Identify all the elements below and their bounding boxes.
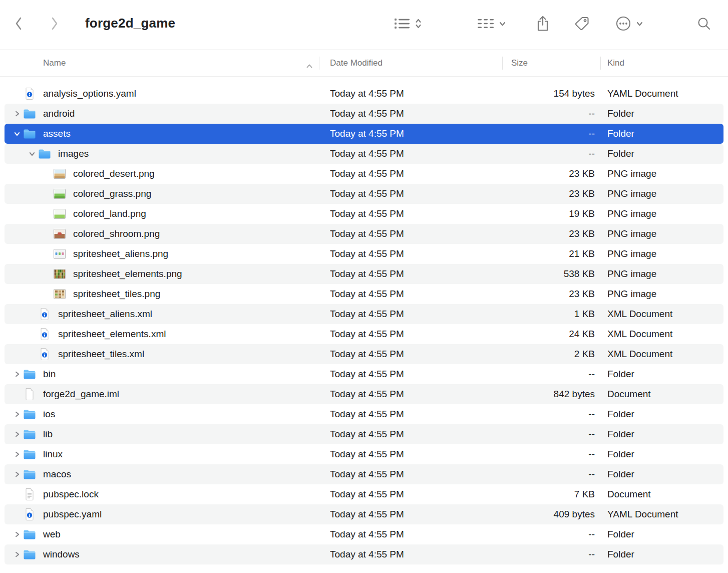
file-row-colored_desert.png[interactable]: colored_desert.png Today at 4:55 PM 23 K… [5,164,723,184]
indent-spacer [11,234,41,234]
file-name: web [43,529,61,540]
name-cell: linux [5,448,319,461]
size-cell: -- [502,369,600,380]
column-header-name[interactable]: Name [0,50,319,76]
file-row-pubspec.yaml[interactable]: pubspec.yaml Today at 4:55 PM 409 bytes … [5,504,723,524]
kind-cell: YAML Document [600,509,723,520]
size-cell: 19 KB [502,208,600,219]
size-cell: 7 KB [502,489,600,500]
disclosure-triangle [11,88,23,100]
file-row-web[interactable]: web Today at 4:55 PM -- Folder [5,524,723,544]
file-row-images[interactable]: images Today at 4:55 PM -- Folder [5,144,723,164]
file-row-analysis_options.yaml[interactable]: analysis_options.yaml Today at 4:55 PM 1… [5,84,723,104]
kind-cell: Folder [600,549,723,560]
file-name: spritesheet_elements.xml [58,329,166,340]
name-cell: ios [5,408,319,421]
image-aliens-icon [53,247,66,260]
indent-spacer [11,274,41,274]
file-row-pubspec.lock[interactable]: pubspec.lock Today at 4:55 PM 7 KB Docum… [5,484,723,504]
file-row-ios[interactable]: ios Today at 4:55 PM -- Folder [5,404,723,424]
disclosure-collapsed-icon[interactable] [11,368,23,380]
file-row-windows[interactable]: windows Today at 4:55 PM -- Folder [5,544,723,564]
file-name: colored_land.png [73,208,146,219]
file-row-spritesheet_tiles.xml[interactable]: spritesheet_tiles.xml Today at 4:55 PM 2… [5,344,723,364]
column-header-date-modified[interactable]: Date Modified [319,50,502,76]
folder-icon [23,448,36,461]
disclosure-collapsed-icon[interactable] [11,448,23,460]
view-mode-button[interactable] [394,12,422,35]
disclosure-collapsed-icon[interactable] [11,548,23,560]
file-row-spritesheet_elements.png[interactable]: spritesheet_elements.png Today at 4:55 P… [5,264,723,284]
tag-icon [574,16,590,32]
disclosure-triangle [41,248,53,260]
file-row-lib[interactable]: lib Today at 4:55 PM -- Folder [5,424,723,444]
name-cell: spritesheet_aliens.png [5,247,319,260]
file-row-assets[interactable]: assets Today at 4:55 PM -- Folder [5,124,723,144]
disclosure-triangle [11,508,23,520]
group-by-button[interactable] [477,12,506,35]
disclosure-collapsed-icon[interactable] [11,428,23,440]
disclosure-triangle [41,268,53,280]
indent-spacer [11,174,41,174]
file-row-macos[interactable]: macos Today at 4:55 PM -- Folder [5,464,723,484]
file-name: lib [43,429,53,440]
file-name: forge2d_game.iml [43,389,119,400]
date-modified-cell: Today at 4:55 PM [319,289,502,300]
kind-cell: Folder [600,429,723,440]
disclosure-triangle [11,388,23,400]
kind-cell: Folder [600,529,723,540]
indent-spacer [11,254,41,254]
file-row-forge2d_game.iml[interactable]: forge2d_game.iml Today at 4:55 PM 842 by… [5,384,723,404]
search-button[interactable] [696,12,712,35]
more-actions-button[interactable] [615,12,643,35]
file-row-linux[interactable]: linux Today at 4:55 PM -- Folder [5,444,723,464]
file-name: analysis_options.yaml [43,88,136,99]
date-modified-cell: Today at 4:55 PM [319,168,502,179]
file-row-spritesheet_aliens.png[interactable]: spritesheet_aliens.png Today at 4:55 PM … [5,244,723,264]
kind-cell: XML Document [600,329,723,340]
kind-cell: Folder [600,409,723,420]
disclosure-triangle [41,168,53,180]
disclosure-collapsed-icon[interactable] [11,108,23,120]
disclosure-triangle [41,208,53,220]
file-name: bin [43,369,56,380]
indent-spacer [11,354,26,355]
size-cell: 23 KB [502,289,600,300]
size-cell: 23 KB [502,168,600,179]
file-row-colored_grass.png[interactable]: colored_grass.png Today at 4:55 PM 23 KB… [5,184,723,204]
back-button[interactable] [14,12,23,35]
name-cell: images [5,147,319,160]
name-cell: spritesheet_elements.png [5,267,319,280]
kind-cell: Folder [600,449,723,460]
disclosure-expanded-icon[interactable] [11,128,23,140]
column-header-kind[interactable]: Kind [600,50,728,76]
file-row-android[interactable]: android Today at 4:55 PM -- Folder [5,104,723,124]
indent-spacer [11,214,41,214]
share-button[interactable] [535,12,551,35]
text-doc-icon [23,488,36,501]
kind-cell: PNG image [600,168,723,179]
folder-icon [23,528,36,541]
disclosure-collapsed-icon[interactable] [11,408,23,420]
window-title: forge2d_game [85,16,175,31]
file-row-spritesheet_elements.xml[interactable]: spritesheet_elements.xml Today at 4:55 P… [5,324,723,344]
file-row-bin[interactable]: bin Today at 4:55 PM -- Folder [5,364,723,384]
file-row-colored_land.png[interactable]: colored_land.png Today at 4:55 PM 19 KB … [5,204,723,224]
disclosure-expanded-icon[interactable] [26,148,38,160]
size-cell: -- [502,549,600,560]
date-modified-cell: Today at 4:55 PM [319,208,502,219]
disclosure-collapsed-icon[interactable] [11,468,23,480]
file-row-spritesheet_aliens.xml[interactable]: spritesheet_aliens.xml Today at 4:55 PM … [5,304,723,324]
file-row-spritesheet_tiles.png[interactable]: spritesheet_tiles.png Today at 4:55 PM 2… [5,284,723,304]
finder-window: forge2d_game [0,0,728,564]
tags-button[interactable] [574,12,590,35]
kind-cell: Folder [600,469,723,480]
file-row-colored_shroom.png[interactable]: colored_shroom.png Today at 4:55 PM 23 K… [5,224,723,244]
forward-button[interactable] [50,12,59,35]
xml-doc-icon [38,308,51,321]
column-header-size[interactable]: Size [502,50,600,76]
column-label-name: Name [43,58,66,68]
disclosure-collapsed-icon[interactable] [11,528,23,540]
file-name: spritesheet_tiles.png [73,289,160,300]
image-tiles-icon [53,288,66,301]
